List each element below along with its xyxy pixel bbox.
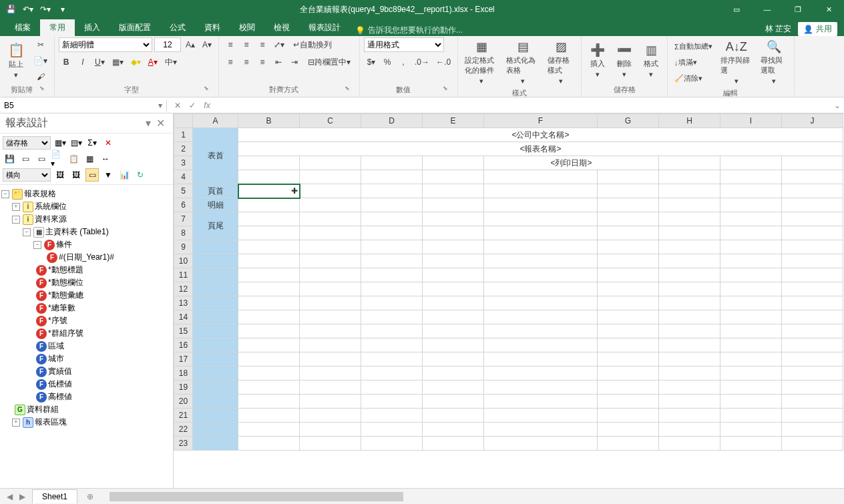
cell-F15[interactable]: [484, 324, 598, 338]
cell-C5[interactable]: [300, 184, 361, 198]
cell-D13[interactable]: [361, 296, 423, 310]
cell-H12[interactable]: [659, 282, 720, 296]
qat-customize-icon[interactable]: ▾: [55, 1, 71, 17]
cell-I13[interactable]: [720, 296, 782, 310]
cell-F6[interactable]: [484, 198, 598, 212]
cell-C18[interactable]: [300, 366, 361, 381]
tree-actual[interactable]: F實績值: [1, 365, 172, 378]
cell-A11[interactable]: [193, 268, 238, 282]
cell-A7[interactable]: 頁尾: [193, 212, 238, 240]
row-header-18[interactable]: 18: [174, 366, 193, 381]
cell-E14[interactable]: [423, 310, 484, 324]
cell-H19[interactable]: [659, 381, 720, 395]
cell-C20[interactable]: [300, 395, 361, 409]
cell-D5[interactable]: [361, 184, 423, 198]
minimize-icon[interactable]: —: [752, 0, 783, 19]
row-header-19[interactable]: 19: [174, 381, 193, 395]
cell-I21[interactable]: [720, 409, 782, 423]
cell-F3[interactable]: <列印日期>: [484, 156, 659, 170]
cell-D9[interactable]: [361, 240, 423, 254]
cell-A20[interactable]: [193, 395, 238, 409]
cell-I8[interactable]: [720, 226, 782, 240]
cell-H7[interactable]: [659, 212, 720, 226]
cell-G20[interactable]: [598, 395, 659, 409]
row-header-8[interactable]: 8: [174, 226, 193, 240]
autosum-button[interactable]: Σ 自動加總 ▾: [672, 39, 715, 54]
tree-data-group[interactable]: G資料群組: [1, 403, 172, 416]
cell-B2[interactable]: <報表名稱>: [238, 142, 843, 156]
col-header-J[interactable]: J: [782, 114, 843, 128]
cell-J16[interactable]: [782, 338, 843, 352]
font-launcher[interactable]: ⬊: [204, 85, 213, 94]
cell-C23[interactable]: [300, 437, 361, 451]
cell-E15[interactable]: [423, 324, 484, 338]
tab-insert[interactable]: 插入: [75, 19, 110, 36]
cell-J14[interactable]: [782, 310, 843, 324]
cell-F8[interactable]: [484, 226, 598, 240]
maximize-icon[interactable]: ❐: [783, 0, 813, 19]
cell-E21[interactable]: [423, 409, 484, 423]
cell-I15[interactable]: [720, 324, 782, 338]
cell-B21[interactable]: [238, 409, 300, 423]
underline-button[interactable]: U▾: [92, 55, 108, 69]
cell-I23[interactable]: [720, 437, 782, 451]
percent-button[interactable]: %: [380, 55, 395, 69]
cell-I20[interactable]: [720, 395, 782, 409]
cell-F5[interactable]: [484, 184, 598, 198]
cell-F13[interactable]: [484, 296, 598, 310]
decrease-font-button[interactable]: A▾: [200, 37, 214, 52]
horizontal-scrollbar[interactable]: [110, 492, 844, 501]
tab-report-design[interactable]: 報表設計: [299, 19, 350, 36]
col-header-G[interactable]: G: [598, 114, 659, 128]
cell-H16[interactable]: [659, 338, 720, 352]
sheet-tab[interactable]: Sheet1: [32, 489, 77, 503]
tool-width-button[interactable]: ↔: [99, 152, 112, 166]
cell-D10[interactable]: [361, 254, 423, 268]
merge-center-button[interactable]: ⊟ 跨欄置中 ▾: [303, 55, 355, 69]
save-icon[interactable]: 💾: [3, 1, 19, 17]
cell-E16[interactable]: [423, 338, 484, 352]
cell-A10[interactable]: [193, 254, 238, 268]
cell-E19[interactable]: [423, 381, 484, 395]
cell-H4[interactable]: [659, 170, 720, 184]
decrease-indent-button[interactable]: ⇤: [271, 55, 286, 69]
cell-B13[interactable]: [238, 296, 300, 310]
cell-G5[interactable]: [598, 184, 659, 198]
cell-F7[interactable]: [484, 212, 598, 226]
tool-view-2[interactable]: ▭: [35, 152, 48, 166]
cell-B22[interactable]: [238, 423, 300, 437]
cell-B6[interactable]: [238, 198, 300, 212]
tab-data[interactable]: 資料: [195, 19, 230, 36]
delete-cells-button[interactable]: ➖刪除▾: [612, 41, 636, 81]
cell-D20[interactable]: [361, 395, 423, 409]
tool-paste-button[interactable]: 📋: [67, 152, 80, 166]
tree-dyn-col[interactable]: F*動態欄位: [1, 276, 172, 289]
row-header-11[interactable]: 11: [174, 268, 193, 282]
align-left-button[interactable]: ≡: [223, 55, 238, 69]
cell-A16[interactable]: [193, 338, 238, 352]
cell-B11[interactable]: [238, 268, 300, 282]
row-header-2[interactable]: 2: [174, 142, 193, 156]
cell-J3[interactable]: [782, 156, 843, 170]
wrap-text-button[interactable]: ↵ 自動換列: [288, 37, 337, 52]
cell-G19[interactable]: [598, 381, 659, 395]
cell-C22[interactable]: [300, 423, 361, 437]
cell-C19[interactable]: [300, 381, 361, 395]
cell-E4[interactable]: [423, 170, 484, 184]
number-format-select[interactable]: 通用格式: [364, 37, 444, 52]
cell-E5[interactable]: [423, 184, 484, 198]
expand-formula-bar[interactable]: ⌄: [831, 101, 844, 110]
close-icon[interactable]: ✕: [813, 0, 844, 19]
cell-J7[interactable]: [782, 212, 843, 226]
cell-I4[interactable]: [720, 170, 782, 184]
border-button[interactable]: ▦▾: [110, 55, 126, 69]
cell-C9[interactable]: [300, 240, 361, 254]
cell-G13[interactable]: [598, 296, 659, 310]
cancel-formula-button[interactable]: ✕: [171, 101, 184, 110]
number-launcher[interactable]: ⬊: [443, 85, 452, 94]
row-header-5[interactable]: 5: [174, 184, 193, 198]
cell-D15[interactable]: [361, 324, 423, 338]
orientation-select[interactable]: 橫向: [3, 168, 51, 182]
cell-A13[interactable]: [193, 296, 238, 310]
cell-B5[interactable]: ✚: [238, 184, 300, 198]
